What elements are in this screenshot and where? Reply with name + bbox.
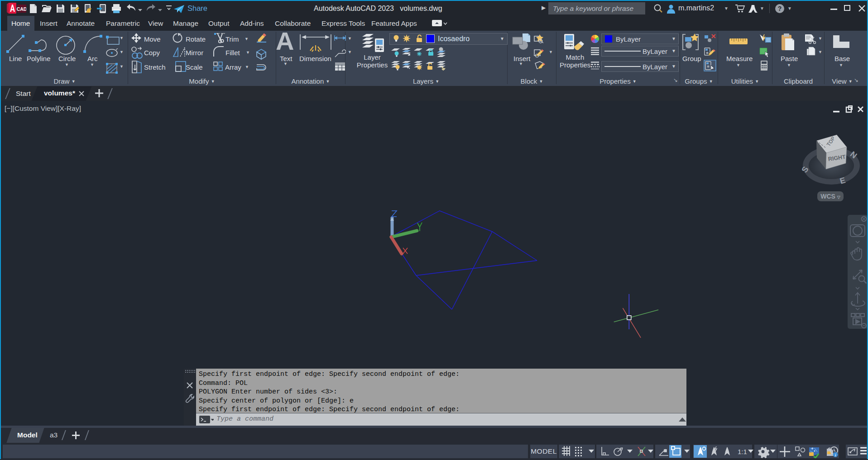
svg-text:CAD: CAD xyxy=(17,6,26,12)
svg-text:1:1: 1:1 xyxy=(738,448,747,455)
svg-text:?: ? xyxy=(778,5,782,12)
